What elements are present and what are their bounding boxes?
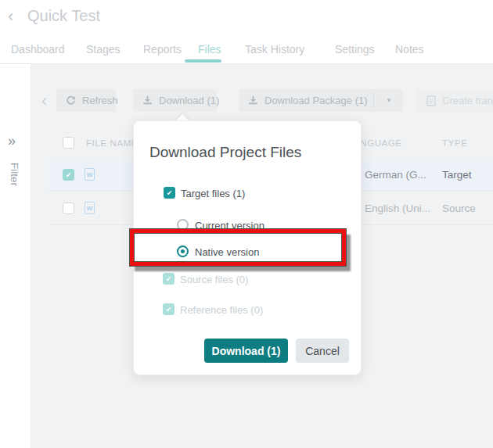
active-tab-underline xyxy=(185,59,221,63)
tab-reports[interactable]: Reports xyxy=(143,43,182,56)
reference-files-label: Reference files (0) xyxy=(180,304,263,316)
document-icon xyxy=(426,95,436,106)
download-icon xyxy=(142,95,153,106)
target-files-checkbox[interactable]: ✔ xyxy=(164,187,175,199)
refresh-icon xyxy=(66,95,76,106)
file-type: Source xyxy=(442,202,476,214)
source-files-checkbox: ✔ xyxy=(163,273,175,285)
tab-settings[interactable]: Settings xyxy=(335,43,375,56)
filter-sidebar-label: Filter xyxy=(9,163,20,186)
column-header-type[interactable]: TYPE xyxy=(442,138,467,148)
create-translation-button-label: Create transla xyxy=(442,95,493,106)
file-type: Target xyxy=(442,169,472,181)
page-header: ‹ Quick Test xyxy=(0,0,493,36)
word-file-icon: W xyxy=(85,168,95,181)
expand-filter-icon[interactable]: » xyxy=(8,133,16,149)
native-version-radio[interactable] xyxy=(177,246,189,257)
check-icon: ✔ xyxy=(166,275,172,283)
download-package-button-label: Download Package (1) xyxy=(264,95,368,106)
column-header-file-name[interactable]: FILE NAME xyxy=(86,138,138,148)
check-icon: ✔ xyxy=(167,189,173,197)
file-language: English (Uni... xyxy=(365,202,430,214)
tab-dashboard[interactable]: Dashboard xyxy=(11,43,65,56)
native-version-label[interactable]: Native version xyxy=(195,246,259,258)
row-checkbox[interactable]: ✔ xyxy=(63,169,74,181)
app-window: ‹ Quick Test Dashboard Stages Reports Fi… xyxy=(0,0,493,448)
chevron-down-icon: ▼ xyxy=(386,97,392,104)
download-package-caret-button[interactable]: ▼ xyxy=(374,89,404,112)
download-button[interactable]: Download (1) xyxy=(133,89,217,112)
create-translation-button[interactable]: Create transla xyxy=(417,89,493,112)
tab-task-history[interactable]: Task History xyxy=(245,43,304,56)
check-icon: ✔ xyxy=(166,306,172,314)
tab-files[interactable]: Files xyxy=(198,43,221,56)
modal-cancel-button[interactable]: Cancel xyxy=(296,339,349,363)
tab-stages[interactable]: Stages xyxy=(86,43,121,56)
modal-title: Download Project Files xyxy=(149,144,301,161)
source-files-label: Source files (0) xyxy=(180,274,248,285)
check-icon: ✔ xyxy=(66,171,72,179)
target-files-label[interactable]: Target files (1) xyxy=(181,188,245,199)
back-chevron-icon[interactable]: ‹ xyxy=(8,6,13,27)
download-button-label: Download (1) xyxy=(159,95,219,106)
filter-sidebar[interactable]: » Filter xyxy=(0,64,31,448)
word-file-icon: W xyxy=(85,202,95,214)
toolbar-collapse-chevron-icon[interactable]: ‹ xyxy=(41,91,47,111)
refresh-button[interactable]: Refresh xyxy=(56,89,116,112)
tab-notes[interactable]: Notes xyxy=(395,43,424,56)
tab-bar: Dashboard Stages Reports Files Task Hist… xyxy=(0,36,493,63)
current-version-label[interactable]: Current version xyxy=(195,220,264,231)
modal-download-button[interactable]: Download (1) xyxy=(204,339,288,363)
download-icon xyxy=(248,95,258,106)
download-package-split-button[interactable]: Download Package (1) ▼ xyxy=(239,89,403,112)
file-language: German (G... xyxy=(365,169,426,181)
refresh-button-label: Refresh xyxy=(82,95,118,106)
select-all-checkbox[interactable] xyxy=(63,137,74,149)
page-title: Quick Test xyxy=(27,7,100,25)
current-version-radio[interactable] xyxy=(177,219,189,231)
row-checkbox[interactable] xyxy=(63,202,74,214)
download-project-files-modal: Download Project Files ✔ Target files (1… xyxy=(133,120,362,375)
reference-files-checkbox: ✔ xyxy=(163,303,175,315)
